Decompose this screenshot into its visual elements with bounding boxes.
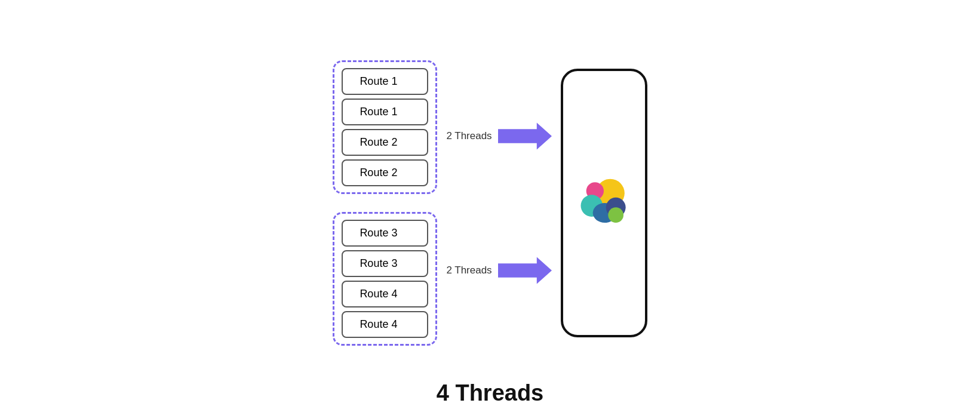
arrows-section: 2 Threads 2 Threads bbox=[446, 69, 551, 337]
route-groups: Route 1 Route 1 Route 2 Route 2 Route 3 … bbox=[333, 60, 437, 346]
thread-label-1: 2 Threads bbox=[446, 130, 491, 142]
flower-logo bbox=[571, 170, 637, 236]
arrow-group-2: 2 Threads bbox=[446, 256, 551, 285]
thread-label-2: 2 Threads bbox=[446, 264, 491, 276]
server-box bbox=[561, 69, 647, 337]
svg-marker-0 bbox=[498, 122, 552, 149]
route-box: Route 2 bbox=[342, 129, 428, 156]
route-box: Route 4 bbox=[342, 311, 428, 338]
svg-marker-1 bbox=[498, 257, 552, 284]
arrow-1 bbox=[498, 121, 552, 151]
main-content: Route 1 Route 1 Route 2 Route 2 Route 3 … bbox=[333, 60, 647, 346]
arrow-group-1: 2 Threads bbox=[446, 121, 551, 151]
arrow-2 bbox=[498, 256, 552, 285]
route-box: Route 2 bbox=[342, 159, 428, 186]
route-box: Route 3 bbox=[342, 220, 428, 247]
diagram: Route 1 Route 1 Route 2 Route 2 Route 3 … bbox=[333, 60, 647, 346]
route-box: Route 1 bbox=[342, 99, 428, 125]
route-group-2: Route 3 Route 3 Route 4 Route 4 bbox=[333, 212, 437, 346]
route-box: Route 1 bbox=[342, 68, 428, 95]
route-group-1: Route 1 Route 1 Route 2 Route 2 bbox=[333, 60, 437, 194]
bottom-label: 4 Threads bbox=[437, 380, 544, 406]
route-box: Route 4 bbox=[342, 281, 428, 307]
svg-point-7 bbox=[608, 207, 623, 223]
route-box: Route 3 bbox=[342, 250, 428, 277]
